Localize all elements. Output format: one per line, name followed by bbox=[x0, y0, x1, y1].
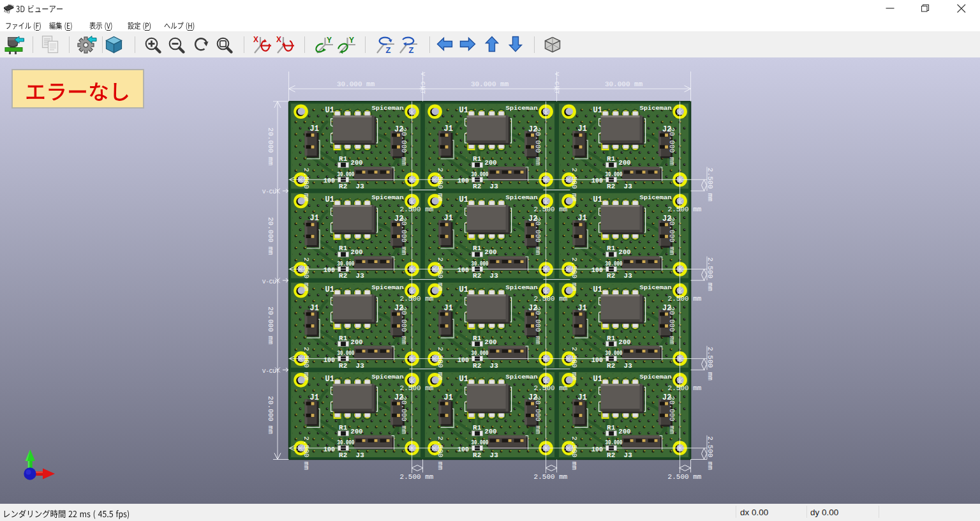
svg-text:Spiceman: Spiceman bbox=[372, 284, 404, 291]
svg-text:Spiceman: Spiceman bbox=[372, 194, 404, 201]
svg-text:200: 200 bbox=[485, 338, 497, 346]
svg-text:V-CUT: V-CUT bbox=[419, 72, 426, 95]
svg-text:100: 100 bbox=[457, 177, 469, 185]
svg-text:R2: R2 bbox=[339, 272, 347, 280]
svg-text:J3: J3 bbox=[624, 272, 633, 280]
svg-text:30.000 mm: 30.000 mm bbox=[471, 80, 509, 88]
svg-text:R1: R1 bbox=[339, 245, 348, 252]
svg-text:Spiceman: Spiceman bbox=[640, 374, 672, 381]
svg-text:20.000 mm: 20.000 mm bbox=[668, 306, 676, 345]
svg-text:2.500 mm: 2.500 mm bbox=[668, 206, 702, 213]
svg-text:2.500 mm: 2.500 mm bbox=[570, 436, 578, 470]
svg-text:J1: J1 bbox=[578, 125, 587, 133]
svg-text:R1: R1 bbox=[473, 155, 482, 163]
svg-text:R1: R1 bbox=[607, 245, 616, 252]
svg-text:R2: R2 bbox=[607, 451, 615, 459]
svg-text:2.500 mm: 2.500 mm bbox=[706, 347, 714, 381]
svg-text:R1: R1 bbox=[607, 155, 616, 163]
svg-text:J1: J1 bbox=[578, 214, 587, 223]
svg-text:Spiceman: Spiceman bbox=[372, 105, 404, 112]
svg-text:30.000: 30.000 bbox=[338, 170, 355, 178]
svg-text:20.000 mm: 20.000 mm bbox=[400, 217, 408, 255]
svg-text:J1: J1 bbox=[578, 393, 587, 402]
svg-text:U1: U1 bbox=[593, 195, 602, 204]
svg-text:U1: U1 bbox=[593, 375, 602, 384]
svg-text:200: 200 bbox=[485, 159, 497, 167]
svg-text:X: X bbox=[253, 35, 258, 44]
svg-text:30.000: 30.000 bbox=[471, 260, 489, 268]
svg-text:200: 200 bbox=[351, 338, 363, 346]
svg-text:20.000 mm: 20.000 mm bbox=[267, 217, 274, 255]
svg-text:2.500 mm: 2.500 mm bbox=[436, 168, 444, 202]
svg-text:V-CUT: V-CUT bbox=[262, 368, 280, 375]
svg-text:Spiceman: Spiceman bbox=[506, 105, 538, 112]
svg-text:U1: U1 bbox=[325, 195, 334, 204]
svg-text:R2: R2 bbox=[607, 362, 615, 370]
svg-text:R2: R2 bbox=[339, 183, 347, 190]
svg-text:J1: J1 bbox=[444, 214, 453, 223]
svg-text:100: 100 bbox=[323, 177, 335, 185]
svg-text:V-CUT: V-CUT bbox=[553, 72, 560, 95]
svg-text:2.500 mm: 2.500 mm bbox=[400, 473, 434, 481]
svg-text:V-CUT: V-CUT bbox=[262, 279, 280, 285]
svg-text:J3: J3 bbox=[490, 451, 499, 459]
svg-text:U1: U1 bbox=[325, 106, 334, 115]
svg-text:J3: J3 bbox=[356, 183, 365, 190]
svg-text:20.000 mm: 20.000 mm bbox=[534, 306, 542, 345]
svg-text:100: 100 bbox=[591, 177, 603, 185]
svg-text:Spiceman: Spiceman bbox=[640, 105, 672, 112]
svg-text:20.000 mm: 20.000 mm bbox=[267, 128, 274, 166]
svg-text:R1: R1 bbox=[473, 335, 482, 342]
svg-text:2.500 mm: 2.500 mm bbox=[570, 347, 578, 381]
svg-text:100: 100 bbox=[591, 266, 603, 274]
svg-text:R2: R2 bbox=[339, 362, 347, 370]
svg-text:R2: R2 bbox=[473, 183, 481, 190]
svg-text:R2: R2 bbox=[473, 272, 481, 280]
svg-text:30.000: 30.000 bbox=[338, 349, 355, 357]
svg-text:30.000: 30.000 bbox=[605, 170, 623, 178]
svg-text:R2: R2 bbox=[607, 272, 615, 280]
svg-text:U1: U1 bbox=[459, 375, 468, 384]
svg-text:200: 200 bbox=[351, 159, 363, 167]
svg-text:J1: J1 bbox=[310, 304, 319, 313]
svg-text:2.500 mm: 2.500 mm bbox=[668, 295, 702, 303]
svg-text:U1: U1 bbox=[459, 106, 468, 115]
svg-text:R2: R2 bbox=[607, 183, 615, 190]
svg-text:2.500 mm: 2.500 mm bbox=[302, 347, 310, 381]
svg-text:J3: J3 bbox=[356, 272, 365, 280]
svg-text:Y: Y bbox=[327, 36, 332, 45]
svg-text:R1: R1 bbox=[339, 424, 348, 432]
svg-text:20.000 mm: 20.000 mm bbox=[534, 217, 542, 255]
svg-text:20.000 mm: 20.000 mm bbox=[668, 396, 676, 434]
svg-text:2.500 mm: 2.500 mm bbox=[302, 168, 310, 202]
svg-text:R2: R2 bbox=[339, 451, 347, 459]
svg-text:R2: R2 bbox=[473, 362, 481, 370]
svg-text:100: 100 bbox=[457, 266, 469, 274]
svg-text:Spiceman: Spiceman bbox=[506, 194, 538, 201]
svg-text:2.500 mm: 2.500 mm bbox=[668, 384, 702, 392]
svg-text:U1: U1 bbox=[593, 106, 602, 115]
svg-text:J3: J3 bbox=[624, 183, 633, 190]
svg-text:J1: J1 bbox=[444, 393, 453, 402]
svg-text:Z: Z bbox=[386, 45, 391, 55]
svg-text:2.500 mm: 2.500 mm bbox=[436, 257, 444, 291]
svg-text:J1: J1 bbox=[444, 125, 453, 133]
svg-text:2.500 mm: 2.500 mm bbox=[302, 436, 310, 470]
svg-text:Spiceman: Spiceman bbox=[640, 194, 672, 201]
svg-text:200: 200 bbox=[485, 428, 497, 435]
svg-text:30.000: 30.000 bbox=[605, 260, 623, 268]
svg-text:J3: J3 bbox=[490, 183, 499, 190]
svg-text:X: X bbox=[276, 35, 281, 44]
svg-text:20.000 mm: 20.000 mm bbox=[400, 396, 408, 434]
svg-text:200: 200 bbox=[619, 159, 631, 167]
svg-text:20.000 mm: 20.000 mm bbox=[400, 128, 408, 166]
svg-text:J3: J3 bbox=[490, 272, 499, 280]
svg-text:V-CUT: V-CUT bbox=[262, 189, 280, 195]
svg-text:J3: J3 bbox=[356, 362, 365, 370]
svg-text:2.500 mm: 2.500 mm bbox=[436, 436, 444, 470]
svg-text:J1: J1 bbox=[310, 125, 319, 133]
svg-text:Spiceman: Spiceman bbox=[506, 284, 538, 291]
svg-text:U1: U1 bbox=[459, 195, 468, 204]
svg-text:2.500 mm: 2.500 mm bbox=[706, 168, 714, 202]
svg-text:Spiceman: Spiceman bbox=[640, 284, 672, 291]
